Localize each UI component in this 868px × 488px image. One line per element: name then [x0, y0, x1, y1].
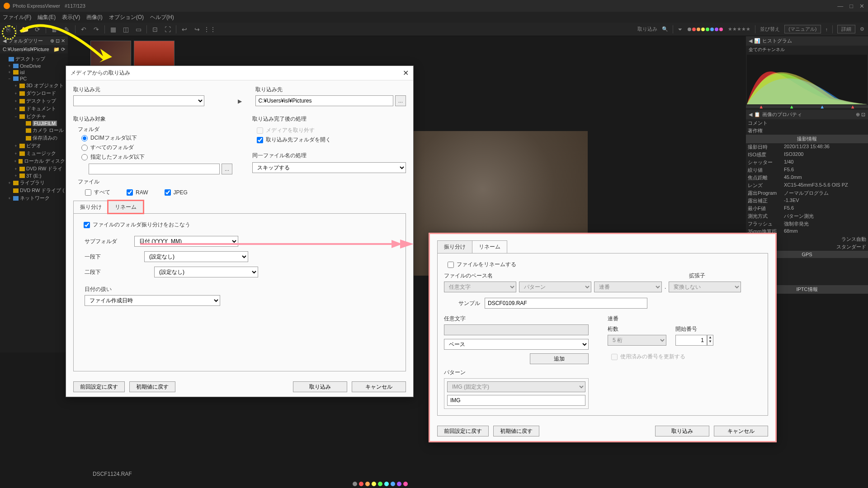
browse-specified-button[interactable]: … — [222, 164, 232, 174]
ext-select[interactable]: 変換しない — [669, 282, 741, 292]
tab-rename-2[interactable]: リネーム — [472, 240, 507, 253]
tree-node[interactable]: +3T (E:) — [1, 173, 67, 179]
cancel-button-2[interactable]: キャンセル — [714, 426, 768, 436]
restore-init-button[interactable]: 初期値に戻す — [129, 381, 175, 392]
base-source-select[interactable]: ベース — [444, 339, 589, 350]
tree-node[interactable]: −PC — [1, 75, 67, 82]
check-update-used[interactable]: 使用済みの番号を更新する — [608, 352, 761, 361]
tree-node[interactable]: +ライブラリ — [1, 179, 67, 187]
tree-node[interactable]: +ドキュメント — [1, 105, 67, 113]
redo-icon[interactable]: ↪ — [193, 25, 202, 34]
level2-select[interactable]: (設定なし) — [154, 267, 258, 277]
restore-prev-button-2[interactable]: 前回設定に戻す — [437, 426, 489, 436]
cancel-button[interactable]: キャンセル — [352, 381, 406, 392]
undo-icon[interactable]: ↩ — [180, 25, 189, 34]
refresh-icon[interactable]: ⟳ — [33, 25, 42, 34]
radio-specified[interactable]: 指定したフォルダ以下 — [78, 152, 232, 162]
trash-icon[interactable]: 🗑 — [50, 25, 59, 34]
restore-prev-button[interactable]: 前回設定に戻す — [73, 381, 125, 392]
check-eject[interactable]: メディアを取り外す — [246, 126, 406, 135]
import-icon[interactable]: ⎘ — [4, 25, 13, 34]
gear-icon[interactable]: ⚙ — [860, 26, 864, 32]
thumbnail[interactable] — [134, 41, 175, 68]
filter-icon[interactable]: ⏷ — [678, 27, 683, 32]
pattern-value-input[interactable] — [447, 395, 585, 406]
sort-mode[interactable]: (マニュアル) — [784, 25, 821, 33]
radio-dcim[interactable]: DCIMフォルダ以下 — [78, 133, 232, 143]
rotate-right-icon[interactable]: ↷ — [92, 25, 101, 34]
browse-dest-button[interactable]: … — [395, 95, 406, 106]
zoom-fit-icon[interactable]: ⊡ — [151, 25, 160, 34]
menu-image[interactable]: 画像(I) — [86, 14, 102, 21]
digits-select[interactable]: 5 桁 — [608, 335, 666, 346]
spinner-up-icon[interactable]: ▲ — [708, 335, 713, 339]
specified-folder-input[interactable] — [89, 164, 220, 174]
tree-node[interactable]: +デスクトップ — [1, 97, 67, 105]
spinner-down-icon[interactable]: ▼ — [708, 339, 713, 343]
tree-node[interactable]: 保存済みの — [1, 134, 67, 142]
tree-node[interactable]: カメラ ロール — [1, 127, 67, 134]
tree-node[interactable]: +DVD RW ドライ — [1, 165, 67, 173]
check-do-sort[interactable]: ファイルのフォルダ振り分けをおこなう — [80, 220, 399, 230]
radio-all-folders[interactable]: すべてのフォルダ — [78, 143, 232, 152]
add-button[interactable]: 追加 — [530, 353, 589, 364]
date-handling-select[interactable]: ファイル作成日時 — [85, 295, 220, 306]
restore-init-button-2[interactable]: 初期値に戻す — [493, 426, 539, 436]
tree-node[interactable]: −ピクチャ — [1, 113, 67, 120]
tab-rename[interactable]: リネーム — [108, 201, 143, 213]
view-grid-icon[interactable]: ▦ — [108, 25, 118, 34]
color-label-dots[interactable] — [353, 482, 408, 486]
tree-node[interactable]: +OneDrive — [1, 63, 67, 69]
search-icon[interactable]: 🔍 — [662, 26, 668, 32]
dup-select[interactable]: スキップする — [252, 162, 406, 173]
thumbnail[interactable] — [90, 41, 131, 68]
grid-icon[interactable]: ⋮⋮ — [205, 25, 214, 34]
tree-node[interactable]: +ダウンロード — [1, 89, 67, 97]
detail-dropdown[interactable]: 詳細 — [837, 25, 855, 33]
import-button-2[interactable]: 取り込み — [655, 426, 709, 436]
check-jpeg[interactable]: JPEG — [161, 188, 191, 197]
tab-sort-2[interactable]: 振り分け — [437, 240, 472, 253]
fullscreen-icon[interactable]: ⛶ — [163, 25, 172, 34]
tree-node[interactable]: +ビデオ — [1, 142, 67, 150]
tree-node[interactable]: FUJIFILM — [1, 120, 67, 127]
tree-node[interactable]: +ローカル ディスク — [1, 157, 67, 165]
menu-view[interactable]: 表示(V) — [62, 14, 80, 21]
menu-option[interactable]: オプション(O) — [109, 14, 144, 21]
tree-node[interactable]: DVD RW ドライブ ( — [1, 187, 67, 194]
pattern-select[interactable]: IMG (固定文字) — [447, 381, 585, 392]
close-icon[interactable]: ✕ — [859, 3, 864, 9]
maximize-icon[interactable]: □ — [849, 3, 853, 9]
menu-edit[interactable]: 編集(E) — [38, 14, 56, 21]
view-single-icon[interactable]: ▭ — [134, 25, 143, 34]
toolbar-import-label[interactable]: 取り込み — [637, 26, 657, 33]
view-split-icon[interactable]: ◫ — [121, 25, 130, 34]
check-do-rename[interactable]: ファイルをリネームする — [444, 260, 761, 269]
check-open-folder[interactable]: 取り込み先フォルダを開く — [246, 135, 406, 145]
tree-node[interactable]: +ネットワーク — [1, 194, 67, 202]
tree-node[interactable]: +ミュージック — [1, 150, 67, 157]
tree-node[interactable]: +isl — [1, 69, 67, 75]
rename-icon[interactable]: ✎ — [62, 25, 71, 34]
import-button[interactable]: 取り込み — [293, 381, 347, 392]
start-number-input[interactable] — [675, 335, 707, 346]
menu-file[interactable]: ファイル(F) — [3, 14, 31, 21]
subfolder-select[interactable]: 日付 (YYYY_MM) — [134, 236, 238, 247]
tree-node[interactable]: デスクトップ — [1, 55, 67, 63]
check-raw[interactable]: RAW — [123, 188, 152, 197]
tab-sort[interactable]: 振り分け — [73, 201, 108, 213]
level1-select[interactable]: (設定なし) — [144, 251, 248, 262]
freetext-input[interactable] — [444, 324, 589, 335]
rotate-left-icon[interactable]: ↶ — [79, 25, 88, 34]
base-part3-select[interactable]: 連番 — [594, 282, 662, 292]
check-all[interactable]: すべて — [81, 188, 114, 197]
base-part2-select[interactable]: パターン — [519, 282, 591, 292]
tree-node[interactable]: +3D オブジェクト — [1, 82, 67, 89]
dest-input[interactable] — [255, 95, 394, 106]
dialog-close-icon[interactable]: ✕ — [403, 69, 409, 77]
source-select[interactable] — [73, 95, 204, 106]
menu-help[interactable]: ヘルプ(H) — [150, 14, 174, 21]
base-part1-select[interactable]: 任意文字 — [444, 282, 516, 292]
folder-icon[interactable]: 📁 — [20, 25, 29, 34]
minimize-icon[interactable]: — — [837, 3, 843, 9]
